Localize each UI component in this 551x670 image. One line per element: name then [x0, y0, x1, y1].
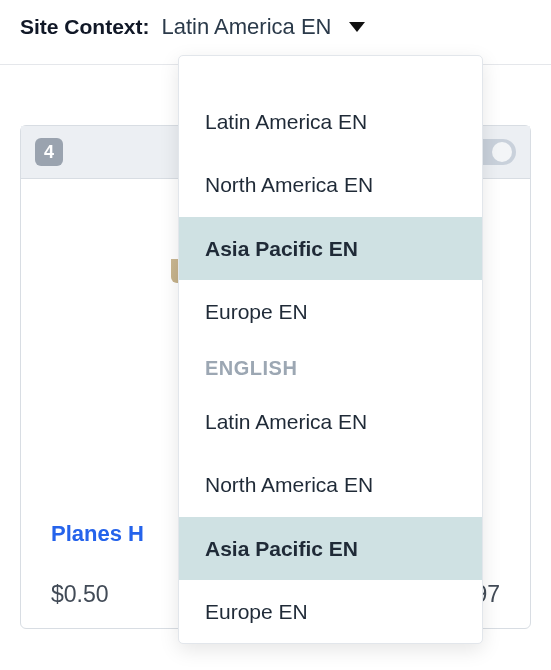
count-badge: 4 [35, 138, 63, 166]
dropdown-item-latin-america-2[interactable]: Latin America EN [179, 390, 482, 453]
site-context-label: Site Context: [20, 15, 150, 39]
dropdown-section-2: Latin America EN North America EN Asia P… [179, 390, 482, 643]
caret-down-icon [349, 22, 365, 32]
site-context-value: Latin America EN [162, 14, 332, 40]
dropdown-item-europe-1[interactable]: Europe EN [179, 280, 482, 343]
dropdown-item-latin-america-1[interactable]: Latin America EN [179, 90, 482, 153]
dropdown-item-asia-pacific-1[interactable]: Asia Pacific EN [179, 217, 482, 280]
site-context-dropdown: Latin America EN North America EN Asia P… [178, 55, 483, 644]
dropdown-item-europe-2[interactable]: Europe EN [179, 580, 482, 643]
product-price: $0.50 [51, 581, 109, 608]
dropdown-item-north-america-2[interactable]: North America EN [179, 453, 482, 516]
site-context-select[interactable]: Latin America EN [162, 14, 366, 40]
dropdown-section-1: Latin America EN North America EN Asia P… [179, 90, 482, 343]
dropdown-item-asia-pacific-2[interactable]: Asia Pacific EN [179, 517, 482, 580]
dropdown-group-label-english: ENGLISH [179, 343, 482, 390]
dropdown-item-north-america-1[interactable]: North America EN [179, 153, 482, 216]
